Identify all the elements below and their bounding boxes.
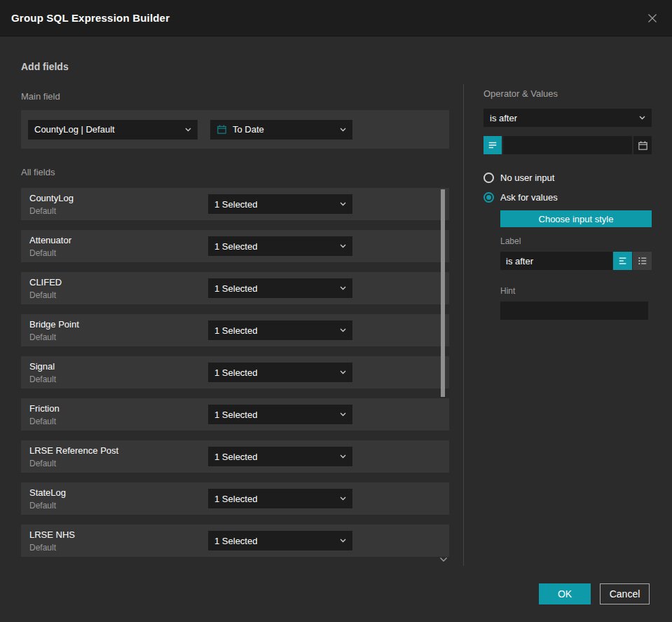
radio-label: No user input <box>500 173 554 183</box>
ok-button[interactable]: OK <box>539 583 591 604</box>
radio-selected-icon <box>484 192 494 203</box>
field-selected-value: 1 Selected <box>214 325 257 336</box>
all-fields-label: All fields <box>21 167 449 177</box>
chevron-down-icon <box>340 370 346 374</box>
field-selected-dropdown[interactable]: 1 Selected <box>208 194 352 214</box>
operator-values-heading: Operator & Values <box>484 88 652 99</box>
list-style-button[interactable] <box>633 252 652 270</box>
radio-unselected-icon <box>484 173 494 183</box>
field-name: Friction <box>29 403 60 414</box>
chevron-down-icon <box>340 496 346 501</box>
field-type: Default <box>29 417 60 426</box>
field-selected-dropdown[interactable]: 1 Selected <box>208 320 352 340</box>
field-meta: Signal Default <box>21 361 56 384</box>
value-input-row <box>484 136 652 154</box>
hint-input[interactable] <box>500 302 648 320</box>
single-line-style-button[interactable] <box>613 252 632 270</box>
dialog-title: Group SQL Expression Builder <box>11 12 170 24</box>
calendar-icon <box>217 124 227 135</box>
add-fields-section: Add fields Main field CountyLog | Defaul… <box>21 36 449 567</box>
scrollbar-thumb[interactable] <box>441 189 445 397</box>
field-selected-dropdown[interactable]: 1 Selected <box>208 278 352 298</box>
input-lines-icon <box>488 140 498 150</box>
chevron-down-icon <box>340 328 346 332</box>
field-selected-value: 1 Selected <box>214 452 257 462</box>
field-name: Attenuator <box>29 235 71 245</box>
dialog-footer: OK Cancel <box>539 583 650 604</box>
field-row: LRSE Reference Post Default 1 Selected <box>21 440 449 473</box>
field-type: Default <box>29 248 71 258</box>
field-meta: Attenuator Default <box>21 235 71 258</box>
field-selected-value: 1 Selected <box>214 494 257 504</box>
field-selected-dropdown[interactable]: 1 Selected <box>208 447 352 466</box>
radio-no-user-input[interactable]: No user input <box>484 173 652 183</box>
close-button[interactable] <box>644 10 661 27</box>
chevron-down-icon <box>340 454 346 459</box>
field-type: Default <box>29 501 66 511</box>
all-fields-list-wrap: CountyLog Default 1 Selected Attenuator … <box>21 188 449 557</box>
choose-input-style-button[interactable]: Choose input style <box>500 210 652 227</box>
operator-select-value: is after <box>490 113 517 123</box>
scroll-down-icon[interactable] <box>439 557 448 562</box>
field-type: Default <box>29 374 56 384</box>
radio-label: Ask for values <box>500 192 558 203</box>
field-type: Default <box>29 332 79 342</box>
align-left-icon <box>618 256 628 266</box>
field-row: LRSE NHS Default 1 Selected <box>21 525 449 557</box>
radio-ask-for-values[interactable]: Ask for values <box>484 192 652 203</box>
field-name: StateLog <box>29 487 66 498</box>
field-selected-dropdown[interactable]: 1 Selected <box>208 363 352 382</box>
field-row: CLIFED Default 1 Selected <box>21 272 449 304</box>
field-name: Bridge Point <box>29 319 79 330</box>
chevron-down-icon <box>340 286 346 290</box>
main-field-select[interactable]: CountyLog | Default <box>28 120 198 140</box>
field-selected-value: 1 Selected <box>214 283 257 294</box>
field-selected-value: 1 Selected <box>214 536 257 546</box>
dialog-header: Group SQL Expression Builder <box>0 0 672 36</box>
label-label: Label <box>500 236 652 246</box>
field-name: CLIFED <box>29 277 62 288</box>
date-value-input[interactable] <box>503 136 632 154</box>
field-type: Default <box>29 206 74 216</box>
operator-values-section: Operator & Values is after No user in <box>484 36 652 320</box>
field-selected-value: 1 Selected <box>214 367 257 378</box>
main-field-date-value: To Date <box>233 124 264 135</box>
field-meta: StateLog Default <box>21 487 66 511</box>
chevron-down-icon <box>340 202 346 206</box>
field-meta: Friction Default <box>21 403 60 426</box>
ask-for-values-options: Choose input style Label Hint <box>500 210 652 320</box>
field-meta: Bridge Point Default <box>21 319 79 342</box>
cancel-button[interactable]: Cancel <box>600 583 650 604</box>
group-sql-expression-builder-dialog: Group SQL Expression Builder Add fields … <box>0 0 672 622</box>
chevron-down-icon <box>340 539 346 543</box>
main-field-label: Main field <box>21 91 449 102</box>
field-selected-dropdown[interactable]: 1 Selected <box>208 489 352 508</box>
hint-label: Hint <box>500 286 652 296</box>
divider <box>463 84 464 566</box>
field-type: Default <box>29 290 62 300</box>
field-meta: LRSE Reference Post Default <box>21 445 118 468</box>
field-row: CountyLog Default 1 Selected <box>21 188 449 220</box>
label-input-row <box>500 252 652 270</box>
main-field-panel: CountyLog | Default To Date <box>21 110 449 149</box>
field-selected-dropdown[interactable]: 1 Selected <box>208 236 352 256</box>
value-type-button[interactable] <box>484 136 502 154</box>
label-input[interactable] <box>500 252 612 270</box>
field-selected-dropdown[interactable]: 1 Selected <box>208 531 352 550</box>
field-name: CountyLog <box>29 193 74 203</box>
add-fields-heading: Add fields <box>21 61 449 72</box>
calendar-picker-button[interactable] <box>633 136 652 154</box>
chevron-down-icon <box>639 116 645 120</box>
chevron-down-icon <box>340 128 346 132</box>
close-icon <box>647 13 658 24</box>
main-field-date-select[interactable]: To Date <box>210 120 352 140</box>
field-selected-value: 1 Selected <box>214 410 257 420</box>
all-fields-list: CountyLog Default 1 Selected Attenuator … <box>21 188 449 557</box>
chevron-down-icon <box>340 412 346 417</box>
field-selected-dropdown[interactable]: 1 Selected <box>208 405 352 424</box>
field-meta: CLIFED Default <box>21 277 62 300</box>
operator-select[interactable]: is after <box>484 109 652 127</box>
chevron-down-icon <box>340 244 346 248</box>
chevron-down-icon <box>185 128 191 132</box>
main-field-select-value: CountyLog | Default <box>34 124 115 135</box>
